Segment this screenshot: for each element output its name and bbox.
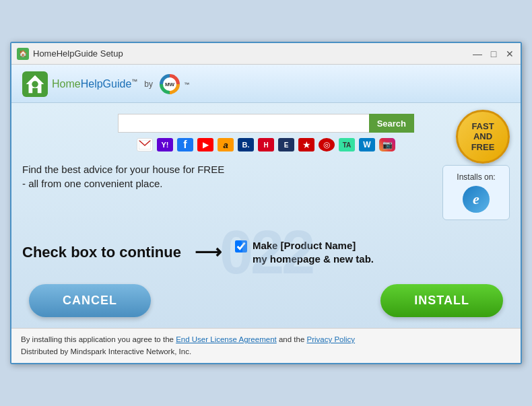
window-icon: 🏠 <box>17 48 29 60</box>
search-section: Search Y! f ▶ a B. H E <box>22 114 510 151</box>
logo-help: Help <box>81 78 103 90</box>
walmart-icon: W <box>359 138 375 151</box>
gmail-icon <box>137 138 153 151</box>
mw-badge: MW <box>160 74 180 94</box>
amazon-icon: a <box>218 138 234 151</box>
maximize-button[interactable]: □ <box>488 48 499 59</box>
home-logo-icon <box>22 71 48 97</box>
footer-line1: By installing this application you agree… <box>21 334 511 345</box>
checkbox-wrapper: Make [Product Name] my homepage & new ta… <box>235 239 374 265</box>
logo-guide: Guide <box>103 78 132 90</box>
badge-line3: FREE <box>471 142 495 153</box>
search-button[interactable]: Search <box>369 114 414 133</box>
checkbox-text-line1: Make [Product Name] <box>253 239 374 252</box>
promo-line2: - all from one convenient place. <box>22 176 224 191</box>
logo-tm: ™ <box>131 78 137 85</box>
badge-line1: FAST <box>471 121 494 132</box>
footer-line2: Distributed by Mindspark Interactive Net… <box>21 346 511 358</box>
cancel-button[interactable]: CANCEL <box>29 284 151 317</box>
installs-box: Installs on: e <box>442 165 510 220</box>
logo-text: HomeHelpGuide™ <box>52 78 137 90</box>
search-bar-wrapper: Search <box>118 114 414 133</box>
checkbox-text-line2: my homepage & new tab. <box>253 252 374 266</box>
checkbox-label: Make [Product Name] my homepage & new ta… <box>253 239 374 265</box>
fast-free-badge: FAST AND FREE <box>456 110 510 164</box>
window-title: HomeHelpGuide Setup <box>33 48 472 59</box>
logo-container: HomeHelpGuide™ by MW ™ <box>22 71 189 97</box>
privacy-link[interactable]: Privacy Policy <box>307 335 356 343</box>
footer-area: By installing this application you agree… <box>11 328 521 363</box>
arrow-icon: ⟶ <box>195 241 222 263</box>
window-controls: — □ ✕ <box>472 48 515 59</box>
header-area: HomeHelpGuide™ by MW ™ <box>11 65 521 103</box>
mw-tm: ™ <box>184 81 189 88</box>
search-input[interactable] <box>118 114 369 133</box>
hotels-icon: H <box>258 138 274 151</box>
facebook-icon: f <box>177 138 193 151</box>
ie-logo-icon: e <box>463 186 490 213</box>
close-button[interactable]: ✕ <box>504 48 515 59</box>
homepage-checkbox[interactable] <box>235 240 247 252</box>
promo-text: Find the best advice for your house for … <box>22 162 224 191</box>
target-icon: ◎ <box>319 138 335 151</box>
expedia-icon: E <box>278 138 294 151</box>
star-icon: ★ <box>298 138 314 151</box>
eula-link[interactable]: End User License Agreement <box>176 335 277 343</box>
checkbox-prompt-label: Check box to continue <box>22 244 181 261</box>
footer-mid-text: and the <box>277 335 307 343</box>
middle-section: Find the best advice for your house for … <box>22 160 510 223</box>
yahoo-icon: Y! <box>157 138 173 151</box>
title-bar: 🏠 HomeHelpGuide Setup — □ ✕ <box>11 43 521 65</box>
mw-badge-inner: MW <box>163 77 176 91</box>
badge-line2: AND <box>473 131 492 142</box>
youtube-icon: ▶ <box>197 138 213 151</box>
logo-by: by <box>144 79 153 89</box>
content-area: 022 FAST AND FREE Search Y! f <box>11 103 521 328</box>
booking-icon: B. <box>238 138 254 151</box>
svg-point-2 <box>32 81 38 88</box>
install-button[interactable]: INSTALL <box>380 284 503 317</box>
footer-pre-text: By installing this application you agree… <box>21 335 176 343</box>
instagram-icon: 📷 <box>379 138 395 151</box>
minimize-button[interactable]: — <box>472 48 483 59</box>
buttons-section: CANCEL INSTALL <box>22 284 510 317</box>
mw-label: MW <box>165 81 174 88</box>
setup-window: 🏠 HomeHelpGuide Setup — □ ✕ HomeHelpGuid… <box>10 42 522 364</box>
browser-icons-row: Y! f ▶ a B. H E ★ ◎ TA W <box>137 138 395 151</box>
logo-home: Home <box>52 78 81 90</box>
installs-label: Installs on: <box>457 172 495 182</box>
tripadvisor-icon: TA <box>339 138 355 151</box>
promo-line1: Find the best advice for your house for … <box>22 162 224 176</box>
checkbox-section: Check box to continue ⟶ Make [Product Na… <box>22 234 510 271</box>
